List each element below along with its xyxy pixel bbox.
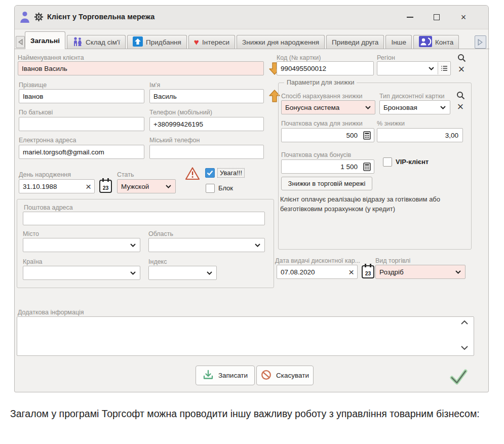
chevron-down-icon	[207, 271, 212, 275]
maximize-icon	[434, 14, 440, 20]
start-sum-input[interactable]: 500	[281, 128, 374, 142]
trade-type-combo[interactable]: Роздріб	[375, 265, 466, 279]
card-type-combo[interactable]: Бронзовая	[379, 100, 450, 114]
chevron-down-icon	[166, 185, 171, 188]
network-discounts-button[interactable]: Знижки в торговій мережі	[281, 177, 372, 190]
trade-type-label: Вид торгівлі	[375, 257, 410, 264]
calculator-icon[interactable]	[363, 131, 371, 140]
city-label: Місто	[23, 230, 39, 237]
mobile-phone-label: Телефон (мобільний)	[149, 109, 212, 116]
card-code-label: Код (№ картки)	[277, 54, 321, 61]
check-icon	[207, 170, 213, 176]
tab-family[interactable]: Склад сім'ї	[67, 35, 126, 49]
minimize-button[interactable]	[401, 10, 419, 25]
card-type-search-icon[interactable]	[456, 91, 465, 100]
payment-note: Клієнт оплачує реалізацію відразу за гот…	[280, 195, 469, 214]
list-icon	[441, 65, 448, 71]
middle-name-input[interactable]	[19, 117, 144, 131]
start-bonus-input[interactable]: 1 500	[281, 159, 374, 174]
confirm-check-icon[interactable]	[448, 368, 469, 387]
card-code-input[interactable]	[277, 61, 374, 75]
cancel-icon	[261, 370, 272, 382]
client-name-label: Найменування клієнта	[18, 54, 84, 61]
discount-percent-label: % знижки	[377, 120, 405, 127]
discount-percent-input[interactable]: 3,00	[377, 128, 463, 142]
cancel-button[interactable]: Скасувати	[256, 366, 314, 385]
page: Клієнт у Торговельна мережа × Загальні С…	[0, 0, 504, 444]
block-checkbox[interactable]	[206, 184, 215, 193]
minimize-icon	[407, 17, 413, 18]
chevron-down-icon	[255, 244, 260, 247]
tab-purchases[interactable]: Придбання	[127, 35, 187, 49]
card-type-clear-icon[interactable]: ×	[456, 102, 465, 112]
title-bar: Клієнт у Торговельна мережа ×	[15, 6, 488, 29]
birthday-label: День народження	[19, 171, 71, 178]
chevron-down-icon	[455, 270, 461, 274]
gender-combo[interactable]: Мужской	[117, 179, 176, 193]
save-button[interactable]: Записати	[196, 366, 255, 385]
attention-checkbox[interactable]	[205, 168, 215, 178]
tab-interests[interactable]: ♥ Інтереси	[188, 35, 235, 49]
city-phone-input[interactable]	[149, 145, 264, 159]
mobile-phone-input[interactable]	[149, 117, 264, 131]
scroll-up-icon[interactable]	[460, 320, 469, 325]
last-name-label: Прізвище	[19, 82, 47, 89]
discount-method-combo[interactable]: Бонусна система	[281, 100, 375, 114]
region-clear-icon[interactable]: ×	[457, 64, 466, 74]
triangle-left-icon	[18, 39, 23, 45]
issue-date-input[interactable]: 07.08.2020 ×	[277, 265, 358, 279]
first-name-label: Ім'я	[149, 82, 160, 89]
tab-general[interactable]: Загальні	[25, 31, 65, 49]
postcode-combo[interactable]	[148, 266, 217, 280]
vip-checkbox-label: VIP-клієнт	[396, 158, 429, 166]
country-combo[interactable]	[23, 266, 140, 280]
tab-bring-friend[interactable]: Приведи друга	[326, 35, 384, 49]
oblast-combo[interactable]	[148, 238, 265, 252]
triangle-right-icon	[478, 39, 483, 46]
start-bonus-label: Початкова сума бонусів	[281, 151, 351, 158]
client-name-input[interactable]	[18, 61, 264, 75]
tab-scroll-right-button[interactable]	[475, 35, 486, 49]
oblast-label: Область	[148, 230, 173, 237]
region-search-icon[interactable]	[457, 53, 466, 62]
calculator-icon[interactable]	[363, 163, 371, 171]
chevron-down-icon	[365, 106, 371, 109]
first-name-input[interactable]	[149, 89, 264, 103]
chevron-down-icon	[440, 106, 446, 109]
region-combo[interactable]	[377, 61, 451, 75]
discount-method-label: Спосіб нарахування знижки	[281, 93, 363, 100]
extra-info-textarea[interactable]	[17, 316, 474, 356]
postal-address-input[interactable]	[23, 212, 265, 225]
birthday-clear-icon[interactable]: ×	[86, 182, 91, 191]
birthday-input[interactable]: 31.10.1988 ×	[19, 179, 95, 193]
window-title: Клієнт у Торговельна мережа	[47, 13, 154, 21]
chevron-down-icon	[130, 244, 136, 247]
extra-info-label: Додаткова інформація	[18, 309, 84, 316]
birthday-calendar-icon[interactable]: 23	[99, 180, 112, 193]
last-name-input[interactable]	[19, 89, 144, 103]
tab-other[interactable]: Інше	[385, 35, 412, 49]
attention-checkbox-label: Увага!!!	[217, 168, 245, 178]
email-label: Електронна адреса	[19, 137, 76, 144]
tab-scroll-left-button[interactable]	[16, 36, 25, 48]
country-label: Країна	[23, 258, 43, 265]
person-icon	[19, 11, 30, 25]
email-input[interactable]	[19, 145, 144, 159]
city-combo[interactable]	[23, 238, 140, 252]
family-icon	[72, 37, 83, 48]
region-label: Регіон	[377, 54, 395, 61]
postal-address-label: Поштова адреса	[24, 204, 73, 211]
heart-icon: ♥	[194, 38, 199, 47]
save-icon	[203, 370, 214, 381]
scroll-down-icon[interactable]	[460, 345, 469, 350]
tab-birthday-discounts[interactable]: Знижки дня народження	[237, 35, 325, 49]
block-checkbox-label: Блок	[218, 184, 233, 192]
maximize-button[interactable]	[428, 10, 446, 25]
purchase-icon	[133, 36, 143, 48]
issue-date-clear-icon[interactable]: ×	[348, 267, 354, 277]
tab-contacts[interactable]: Конта	[413, 35, 459, 49]
issue-date-calendar-icon[interactable]: 23	[362, 265, 374, 278]
region-list-button[interactable]	[438, 62, 450, 74]
close-button[interactable]: ×	[454, 10, 473, 25]
vip-checkbox[interactable]	[383, 157, 392, 167]
